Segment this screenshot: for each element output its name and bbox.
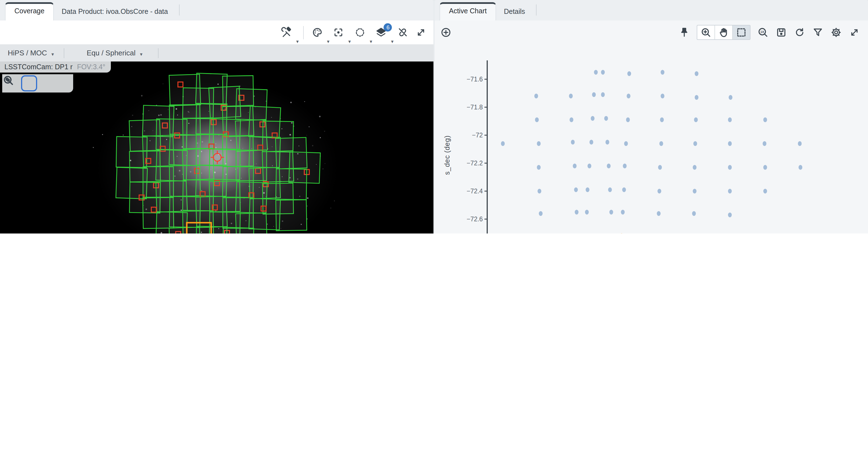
chart-point[interactable] [569,118,574,122]
chart-point[interactable] [604,116,608,121]
tab-data-product[interactable]: Data Product: ivoa.ObsCore - data [54,3,176,21]
scatter-chart[interactable]: −71.6−71.8−72−72.2−72.4−72.6−72.887654s_… [435,44,868,234]
chart-point[interactable] [623,164,627,168]
expand-chart-icon[interactable] [848,27,860,38]
hips-moc-dropdown[interactable]: HiPS / MOC ▾ [0,49,60,57]
tab-details[interactable]: Details [496,3,533,21]
chart-toolbar: 1X [435,21,868,44]
zoom-mode-icon[interactable] [697,26,714,39]
chart-point[interactable] [658,165,662,170]
zoom-out-sky-icon[interactable] [21,75,37,91]
chart-point[interactable] [573,164,577,168]
coverage-subbar: HiPS / MOC ▾ Equ / Spherical ▾ [0,44,433,62]
chart-point[interactable] [763,189,767,193]
selected-chart-point[interactable] [619,233,624,234]
chart-point[interactable] [624,141,628,146]
chart-point[interactable] [537,141,541,146]
chart-point[interactable] [537,165,541,170]
recenter-icon[interactable] [333,27,344,38]
chart-point[interactable] [693,165,697,170]
chart-point[interactable] [693,189,697,193]
select-region-icon[interactable] [354,27,366,38]
zoom-fit-sky-icon[interactable] [38,75,54,91]
chart-point[interactable] [798,141,802,146]
color-palette-icon[interactable] [311,27,323,38]
chart-point[interactable] [695,71,699,76]
chart-point[interactable] [621,210,625,214]
chart-point[interactable] [661,94,664,98]
chart-point[interactable] [659,141,663,146]
sky-zoom-controls [2,74,73,93]
restore-chart-icon[interactable] [794,27,805,38]
chart-point[interactable] [571,140,575,144]
zoom-fill-sky-icon[interactable] [55,75,71,91]
chart-point[interactable] [728,189,732,193]
select-mode-icon[interactable] [732,26,750,39]
chart-point[interactable] [692,211,696,216]
chart-point[interactable] [626,118,630,122]
chart-point[interactable] [627,94,630,98]
chart-point[interactable] [661,70,664,74]
tab-coverage[interactable]: Coverage [5,2,54,21]
chart-point[interactable] [574,187,578,192]
pin-chart-icon[interactable] [678,27,690,38]
chart-point[interactable] [610,210,613,214]
chart-point[interactable] [728,95,733,100]
chart-settings-icon[interactable] [830,27,842,38]
toolbar-separator [303,26,304,39]
chart-point[interactable] [606,140,610,144]
zoom-original-icon[interactable]: 1X [757,27,769,38]
chart-point[interactable] [589,140,593,144]
chart-point[interactable] [586,187,589,192]
chart-point[interactable] [608,187,612,192]
pan-mode-icon[interactable] [714,26,732,39]
chart-point[interactable] [728,212,732,217]
unlink-icon[interactable] [397,27,408,38]
chart-point[interactable] [693,141,697,146]
sky-view[interactable]: LSSTComCam: DP1 rFOV:3.4° [0,62,433,234]
y-tick-label: −71.8 [467,104,483,111]
chart-point[interactable] [799,165,802,170]
expand-coverage-icon[interactable] [415,27,427,38]
chart-point[interactable] [534,94,538,98]
chart-point[interactable] [657,189,661,193]
chart-point[interactable] [601,92,605,97]
layers-count-badge: 6 [384,23,392,32]
chart-point[interactable] [535,118,539,122]
layers-icon[interactable]: 6 [375,27,387,38]
chart-point[interactable] [694,118,698,122]
chart-point[interactable] [763,165,767,170]
chart-point[interactable] [763,118,767,122]
chart-point[interactable] [660,118,664,122]
projection-dropdown[interactable]: Equ / Spherical ▾ [79,49,148,57]
chart-point[interactable] [539,211,542,216]
recenter-caret-icon: ▾ [348,39,351,44]
tools-icon[interactable] [281,27,292,38]
chart-point[interactable] [607,164,611,168]
chart-point[interactable] [591,116,595,121]
chart-point[interactable] [588,164,591,168]
chart-point[interactable] [569,94,573,98]
tab-divider [179,4,180,15]
chart-point[interactable] [592,92,596,97]
chart-point[interactable] [763,141,767,146]
chart-point[interactable] [594,70,598,74]
chart-point[interactable] [657,211,661,216]
chart-point[interactable] [575,210,579,214]
y-tick-label: −72.2 [467,160,483,167]
chart-point[interactable] [695,95,699,100]
add-chart-icon[interactable] [440,27,452,38]
chart-point[interactable] [585,210,589,214]
chart-point[interactable] [728,118,732,122]
tab-active-chart[interactable]: Active Chart [439,2,496,21]
filter-chart-icon[interactable] [812,27,824,38]
chart-point[interactable] [622,187,626,192]
chart-point[interactable] [627,71,631,76]
chart-point[interactable] [538,189,541,193]
chart-panel: Active Chart Details 1X [435,0,868,234]
chart-point[interactable] [601,70,605,74]
chart-point[interactable] [728,165,732,170]
chart-point[interactable] [728,141,732,146]
save-chart-icon[interactable] [775,27,787,38]
chart-point[interactable] [501,141,505,146]
